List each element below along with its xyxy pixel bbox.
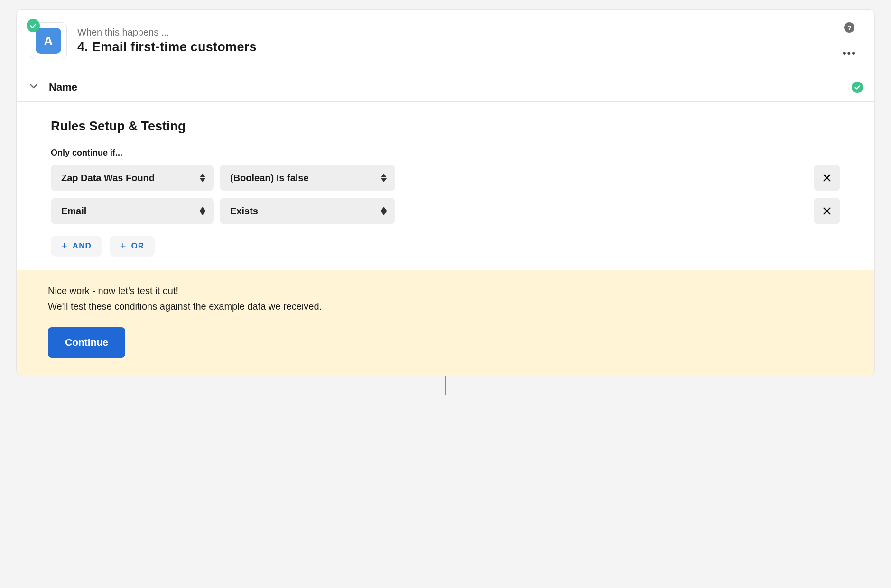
rule-field-value: Zap Data Was Found <box>61 173 155 184</box>
rule-condition-select[interactable]: (Boolean) Is false <box>220 165 395 191</box>
rule-condition-select[interactable]: Exists <box>220 198 395 224</box>
status-check-icon <box>27 19 40 32</box>
rules-subhead: Only continue if... <box>51 148 840 158</box>
sort-icon <box>200 174 205 182</box>
svg-marker-9 <box>381 211 387 215</box>
rule-row: Email Exists <box>51 198 840 224</box>
more-icon[interactable]: ••• <box>843 47 856 59</box>
app-icon-letter: A <box>44 34 53 48</box>
svg-marker-0 <box>200 174 205 177</box>
app-icon: A <box>36 28 61 54</box>
add-or-button[interactable]: + OR <box>110 236 155 257</box>
banner-line-1: Nice work - now let's test it out! <box>48 285 843 296</box>
chevron-down-icon[interactable] <box>28 81 39 94</box>
banner-line-2: We'll test these conditions against the … <box>48 301 843 312</box>
section-status-check-icon <box>852 82 863 93</box>
rule-field-value: Email <box>61 206 86 217</box>
test-banner: Nice work - now let's test it out! We'll… <box>17 270 874 376</box>
rule-row: Zap Data Was Found (Boolean) Is false <box>51 165 840 191</box>
svg-marker-6 <box>200 207 205 211</box>
add-and-button[interactable]: + AND <box>51 236 102 257</box>
step-title: 4. Email first-time customers <box>77 40 832 55</box>
step-connector-line <box>445 376 446 395</box>
step-overline: When this happens ... <box>77 27 832 38</box>
app-icon-container: A <box>30 22 67 59</box>
help-icon[interactable]: ? <box>844 22 854 33</box>
step-card: A When this happens ... 4. Email first-t… <box>16 9 875 376</box>
or-label: OR <box>131 241 145 251</box>
continue-button[interactable]: Continue <box>48 327 125 358</box>
rule-condition-value: (Boolean) Is false <box>230 173 309 184</box>
svg-marker-3 <box>381 178 387 182</box>
step-header: A When this happens ... 4. Email first-t… <box>17 10 874 73</box>
plus-icon: + <box>120 240 127 252</box>
svg-marker-7 <box>200 211 205 215</box>
svg-marker-8 <box>381 207 387 211</box>
logic-button-row: + AND + OR <box>51 236 840 257</box>
rule-field-select[interactable]: Zap Data Was Found <box>51 165 214 191</box>
svg-marker-1 <box>200 178 205 182</box>
rule-field-select[interactable]: Email <box>51 198 214 224</box>
sort-icon <box>381 207 387 215</box>
section-label: Name <box>49 81 842 93</box>
rules-title: Rules Setup & Testing <box>51 119 840 134</box>
header-actions: ? ••• <box>843 22 856 59</box>
section-name-row[interactable]: Name <box>17 73 874 102</box>
remove-rule-button[interactable] <box>814 165 840 191</box>
sort-icon <box>381 174 387 182</box>
remove-rule-button[interactable] <box>814 198 840 224</box>
header-titles: When this happens ... 4. Email first-tim… <box>77 27 832 55</box>
and-label: AND <box>73 241 92 251</box>
rules-body: Rules Setup & Testing Only continue if..… <box>17 102 874 270</box>
sort-icon <box>200 207 205 215</box>
svg-marker-2 <box>381 174 387 177</box>
rule-condition-value: Exists <box>230 206 258 217</box>
plus-icon: + <box>61 240 68 252</box>
